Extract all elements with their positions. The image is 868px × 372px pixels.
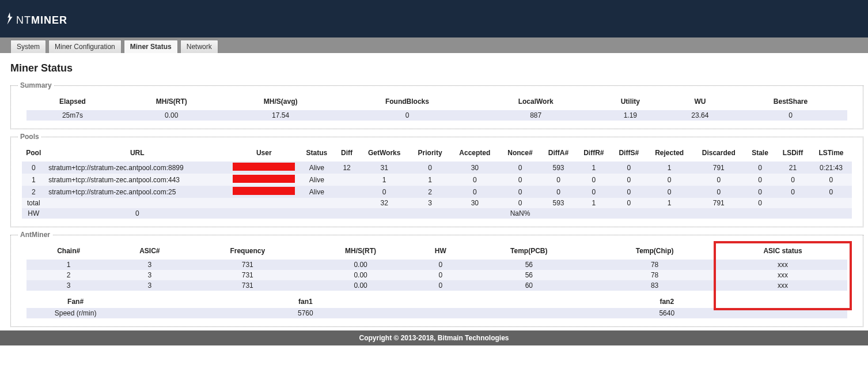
pool-user bbox=[229, 186, 298, 198]
pool-discarded: 0 bbox=[692, 186, 745, 198]
pool-nonce: 0 bbox=[499, 161, 541, 174]
chain-row: 137310.0005678xxx bbox=[26, 260, 848, 270]
hw-value: 0 bbox=[45, 208, 229, 219]
val-foundblocks: 0 bbox=[337, 110, 477, 121]
col-foundblocks: FoundBlocks bbox=[337, 95, 477, 110]
val-bestshare: 0 bbox=[734, 110, 848, 121]
chain-mhs_rt: 0.00 bbox=[307, 280, 415, 291]
summary-row: 25m7s 0.00 17.54 0 887 1.19 23.64 0 bbox=[26, 110, 848, 121]
chain-freq: 731 bbox=[188, 260, 307, 270]
pool-nonce: 0 bbox=[499, 174, 541, 186]
total-discarded: 791 bbox=[692, 198, 745, 208]
tab-miner-status[interactable]: Miner Status bbox=[124, 40, 178, 53]
pool-stale: 0 bbox=[745, 161, 775, 174]
tab-network[interactable]: Network bbox=[180, 40, 218, 53]
pool-discarded: 0 bbox=[692, 174, 745, 186]
val-localwork: 887 bbox=[477, 110, 594, 121]
pool-getworks: 31 bbox=[359, 161, 410, 174]
fan-row: Speed (r/min) 5760 5640 bbox=[26, 308, 848, 318]
chain-row: 337310.0006083xxx bbox=[26, 280, 848, 291]
pool-lsdiff: 0 bbox=[775, 174, 810, 186]
tab-miner-configuration[interactable]: Miner Configuration bbox=[48, 40, 122, 53]
col-stale: Stale bbox=[745, 146, 775, 161]
fan-table: Fan# fan1 fan2 Speed (r/min) 5760 5640 bbox=[26, 293, 848, 318]
pools-table: Pool URL User Status Diff GetWorks Prior… bbox=[22, 146, 851, 219]
pool-diffa: 0 bbox=[541, 174, 576, 186]
chain-asic: 3 bbox=[111, 260, 188, 270]
chain-row: 237310.0005678xxx bbox=[26, 270, 848, 280]
redacted-user bbox=[233, 175, 295, 183]
pool-lstime: 0:21:43 bbox=[810, 161, 852, 174]
summary-group: Summary Elapsed MH/S(RT) MH/S(avg) Found… bbox=[10, 81, 863, 129]
total-stale: 0 bbox=[745, 198, 775, 208]
pool-diff bbox=[335, 186, 358, 198]
col-nonce: Nonce# bbox=[499, 146, 541, 161]
top-header: NTMINER bbox=[0, 0, 868, 37]
col-ch-mhs-rt: MH/S(RT) bbox=[307, 245, 415, 260]
col-diffr: DiffR# bbox=[576, 146, 611, 161]
col-status: Status bbox=[298, 146, 335, 161]
col-pool: Pool bbox=[22, 146, 45, 161]
col-bestshare: BestShare bbox=[734, 95, 848, 110]
total-diffa: 593 bbox=[541, 198, 576, 208]
col-asic: ASIC# bbox=[111, 245, 188, 260]
chain-temp_pcb: 56 bbox=[467, 260, 591, 270]
fan-row-label: Speed (r/min) bbox=[26, 308, 125, 318]
col-fan1: fan1 bbox=[125, 293, 486, 308]
chain-temp_chip: 78 bbox=[592, 260, 718, 270]
pool-priority: 2 bbox=[410, 186, 450, 198]
chain-freq: 731 bbox=[188, 280, 307, 291]
pool-diffr: 0 bbox=[576, 186, 611, 198]
col-temp-pcb: Temp(PCB) bbox=[467, 245, 591, 260]
tab-bar: System Miner Configuration Miner Status … bbox=[0, 37, 868, 53]
pool-rejected: 0 bbox=[646, 186, 692, 198]
hw-nonce: NaN% bbox=[499, 208, 541, 219]
val-wu: 23.64 bbox=[666, 110, 733, 121]
chain-table: Chain# ASIC# Frequency MH/S(RT) HW Temp(… bbox=[26, 245, 848, 291]
pool-stale: 0 bbox=[745, 186, 775, 198]
footer: Copyright © 2013-2018, Bitmain Technolog… bbox=[0, 330, 868, 345]
pool-rejected: 1 bbox=[646, 161, 692, 174]
col-discarded: Discarded bbox=[692, 146, 745, 161]
pool-diffr: 0 bbox=[576, 174, 611, 186]
chain-asic_status: xxx bbox=[718, 280, 848, 291]
pool-pool: 1 bbox=[22, 174, 45, 186]
col-temp-chip: Temp(Chip) bbox=[592, 245, 718, 260]
hw-label: HW bbox=[22, 208, 45, 219]
pool-pool: 2 bbox=[22, 186, 45, 198]
chain-asic_status: xxx bbox=[718, 260, 848, 270]
pool-accepted: 0 bbox=[450, 174, 500, 186]
pool-rejected: 0 bbox=[646, 174, 692, 186]
chain-hw: 0 bbox=[414, 280, 467, 291]
chain-chain: 1 bbox=[26, 260, 111, 270]
val-mhs-rt: 0.00 bbox=[119, 110, 224, 121]
pool-diffr: 1 bbox=[576, 161, 611, 174]
col-fan2: fan2 bbox=[486, 293, 847, 308]
page-title: Miner Status bbox=[10, 62, 863, 74]
tab-system[interactable]: System bbox=[10, 40, 46, 53]
chain-temp_pcb: 60 bbox=[467, 280, 591, 291]
col-diffa: DiffA# bbox=[541, 146, 576, 161]
col-diff: Diff bbox=[335, 146, 358, 161]
redacted-user bbox=[233, 187, 295, 195]
pool-pool: 0 bbox=[22, 161, 45, 174]
pool-row: 0stratum+tcp://stratum-zec.antpool.com:8… bbox=[22, 161, 851, 174]
total-diffr: 1 bbox=[576, 198, 611, 208]
pool-row: 1stratum+tcp://stratum-zec.antpool.com:4… bbox=[22, 174, 851, 186]
brand-logo: NTMINER bbox=[5, 12, 67, 27]
total-rejected: 1 bbox=[646, 198, 692, 208]
chain-mhs_rt: 0.00 bbox=[307, 260, 415, 270]
pools-legend: Pools bbox=[18, 133, 41, 141]
total-accepted: 30 bbox=[450, 198, 500, 208]
col-utility: Utility bbox=[594, 95, 667, 110]
pool-status: Alive bbox=[298, 161, 335, 174]
chain-temp_chip: 78 bbox=[592, 270, 718, 280]
pool-lstime: 0 bbox=[810, 174, 852, 186]
col-localwork: LocalWork bbox=[477, 95, 594, 110]
col-diffs: DiffS# bbox=[612, 146, 646, 161]
pools-group: Pools Pool URL User Status Diff GetWorks… bbox=[10, 133, 863, 227]
col-hw: HW bbox=[414, 245, 467, 260]
pool-status: Alive bbox=[298, 174, 335, 186]
pools-hw-row: HW 0 NaN% bbox=[22, 208, 851, 219]
brand-prefix: NT bbox=[16, 14, 31, 26]
